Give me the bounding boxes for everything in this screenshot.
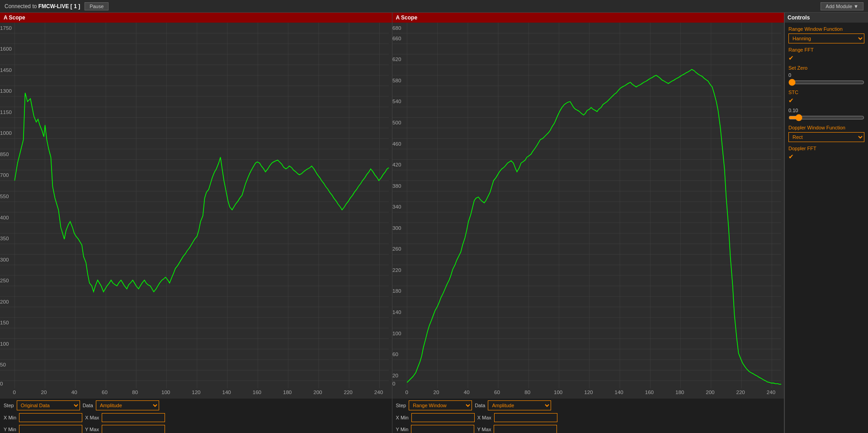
svg-rect-79 [392, 23, 784, 397]
pause-button[interactable]: Pause [85, 2, 108, 10]
scope-right-xmax-input[interactable] [494, 413, 557, 422]
svg-text:240: 240 [374, 389, 383, 395]
scope-left-svg: 1750 1600 1450 1300 1150 1000 850 700 55… [0, 23, 392, 397]
svg-text:1450: 1450 [0, 67, 12, 73]
svg-text:100: 100 [553, 389, 562, 395]
svg-text:40: 40 [463, 389, 469, 395]
scope-right-data-select[interactable]: Amplitude Phase [488, 400, 551, 410]
svg-text:140: 140 [614, 389, 623, 395]
scope-right-xmin-input[interactable] [411, 413, 475, 422]
svg-text:1000: 1000 [0, 130, 12, 136]
doppler-fft-label: Doppler FFT [788, 146, 864, 151]
svg-text:300: 300 [0, 257, 9, 262]
svg-text:850: 850 [0, 151, 9, 157]
scope-left-xmin-input[interactable] [19, 413, 82, 422]
svg-text:120: 120 [584, 389, 593, 395]
main-area: A Scope [0, 13, 868, 433]
scope-right-title: A Scope [392, 13, 784, 23]
scope-right-chart: 680 660 620 580 540 500 460 420 380 340 … [392, 23, 784, 399]
scope-right-data-label: Data [475, 403, 485, 408]
range-fft-checkmark: ✔ [788, 54, 864, 62]
scope-left-title: A Scope [0, 13, 392, 23]
svg-text:180: 180 [283, 389, 292, 395]
scope-left-ymin-label: Y Min [4, 427, 16, 432]
svg-text:260: 260 [392, 246, 401, 252]
scope-left-ymin-input[interactable] [19, 425, 82, 433]
scope-left: A Scope [0, 13, 392, 433]
svg-text:340: 340 [392, 204, 401, 209]
svg-text:60: 60 [102, 389, 108, 395]
svg-text:380: 380 [392, 183, 401, 189]
svg-text:220: 220 [736, 389, 745, 395]
scope-left-xmax-input[interactable] [102, 413, 165, 422]
svg-text:20: 20 [433, 389, 439, 395]
scope-left-ymax-input[interactable] [102, 425, 165, 433]
svg-text:0: 0 [405, 389, 408, 395]
svg-text:60: 60 [392, 351, 398, 357]
set-zero-value: 0 [788, 72, 864, 78]
svg-text:160: 160 [253, 389, 262, 395]
svg-text:220: 220 [392, 267, 401, 273]
scope-right-controls: Step Range Window Original Data Data Amp… [392, 399, 784, 433]
svg-text:220: 220 [344, 389, 353, 395]
scope-left-data-label: Data [83, 403, 93, 408]
scope-left-step-label: Step [4, 403, 14, 408]
scope-right-ymin-input[interactable] [411, 425, 474, 433]
scope-right-ymax-input[interactable] [494, 425, 557, 433]
stc-label: STC [788, 90, 864, 95]
scope-right-xmin-label: X Min [396, 415, 409, 420]
doppler-fft-checkmark: ✔ [788, 153, 864, 160]
add-module-button[interactable]: Add Module ▼ [821, 2, 863, 10]
scope-left-xmax-label: X Max [85, 415, 99, 420]
controls-title: Controls [785, 13, 868, 23]
range-fft-label: Range FFT [788, 47, 864, 52]
svg-text:200: 200 [0, 299, 9, 305]
svg-text:80: 80 [524, 389, 530, 395]
svg-text:60: 60 [494, 389, 500, 395]
svg-text:1300: 1300 [0, 88, 12, 94]
svg-text:150: 150 [0, 319, 9, 325]
scope-left-data-select[interactable]: Amplitude Phase [96, 400, 159, 410]
svg-text:180: 180 [675, 389, 684, 395]
svg-text:580: 580 [392, 77, 401, 83]
svg-text:500: 500 [392, 119, 401, 125]
scope-left-controls: Step Original Data Range Window Data Amp… [0, 399, 392, 433]
svg-text:240: 240 [766, 389, 775, 395]
scope-left-xmin-label: X Min [4, 415, 16, 420]
stc-value: 0.10 [788, 108, 864, 113]
svg-text:620: 620 [392, 56, 401, 62]
scope-right-step-select[interactable]: Range Window Original Data [409, 400, 472, 410]
doppler-window-label: Doppler Window Function [788, 125, 864, 130]
scope-right-svg: 680 660 620 580 540 500 460 420 380 340 … [392, 23, 784, 397]
svg-text:80: 80 [132, 389, 138, 395]
connection-prefix: Connected to [5, 3, 38, 10]
scope-left-ymax-label: Y Max [85, 427, 99, 432]
stc-checkmark: ✔ [788, 97, 864, 104]
svg-text:200: 200 [313, 389, 322, 395]
svg-text:100: 100 [0, 341, 9, 347]
scope-right: A Scope [392, 13, 785, 433]
top-bar: Connected to FMCW-LIVE [ 1 ] Pause Add M… [0, 0, 868, 13]
doppler-window-select[interactable]: Rect Hanning Hamming Blackman [788, 132, 864, 142]
range-window-label: Range Window Function [788, 26, 864, 32]
svg-text:420: 420 [392, 162, 401, 167]
svg-text:540: 540 [392, 98, 401, 104]
scope-right-xmax-label: X Max [477, 415, 491, 420]
stc-slider[interactable] [788, 114, 864, 121]
svg-text:40: 40 [71, 389, 77, 395]
svg-text:680: 680 [392, 25, 401, 31]
svg-text:20: 20 [392, 372, 398, 378]
svg-text:0: 0 [13, 389, 16, 395]
svg-text:120: 120 [192, 389, 201, 395]
svg-text:460: 460 [392, 141, 401, 147]
svg-text:1750: 1750 [0, 25, 12, 31]
set-zero-slider[interactable] [788, 79, 864, 86]
svg-text:180: 180 [392, 288, 401, 294]
svg-text:350: 350 [0, 235, 9, 241]
svg-text:660: 660 [392, 35, 401, 41]
scope-left-step-select[interactable]: Original Data Range Window [17, 400, 80, 410]
range-window-select[interactable]: Hanning Rect Hamming Blackman [788, 33, 864, 43]
scope-right-step-label: Step [396, 403, 406, 408]
scope-right-ymin-label: Y Min [396, 427, 409, 432]
svg-text:160: 160 [645, 389, 654, 395]
